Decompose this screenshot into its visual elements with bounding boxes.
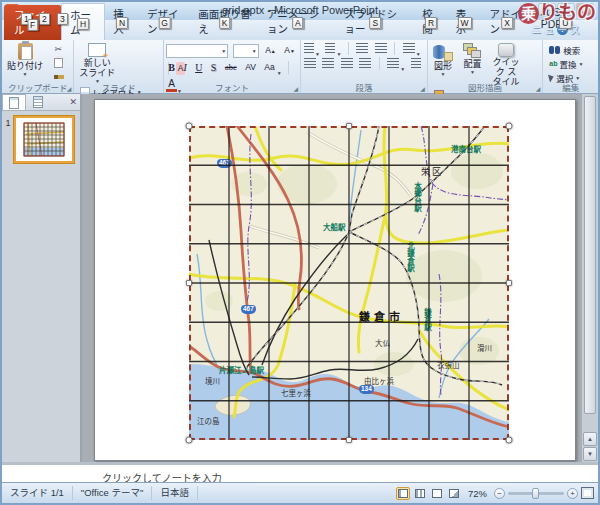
resize-handle-w[interactable] bbox=[186, 280, 192, 286]
group-paragraph-label: 段落 bbox=[301, 81, 427, 93]
columns-button[interactable] bbox=[387, 58, 399, 68]
paragraph-dialog-launcher[interactable]: ◢ bbox=[420, 85, 425, 92]
slideshow-icon bbox=[449, 489, 459, 498]
tab-表示[interactable]: 表示W bbox=[448, 3, 482, 40]
character-spacing-button[interactable]: AV bbox=[243, 61, 258, 74]
cut-icon: ✂ bbox=[54, 44, 62, 54]
map-label: 栄区 bbox=[421, 168, 443, 177]
group-slides: 新しい スライド ▼ レイアウト▼ リセット セクション▼ スライド bbox=[74, 40, 164, 93]
resize-handle-nw[interactable] bbox=[186, 123, 193, 130]
strikethrough-button[interactable]: abc bbox=[223, 61, 239, 74]
slide-canvas[interactable]: 港南台駅栄区本郷台駅大船駅北鎌倉駅鎌倉市鎌倉駅大仏衣張山滑川由比ヶ浜七里ヶ浜片瀬… bbox=[94, 99, 576, 461]
resize-handle-s[interactable] bbox=[346, 437, 352, 443]
shapes-button[interactable]: 図形 ▼ bbox=[430, 42, 456, 78]
zoom-in-button[interactable]: + bbox=[567, 488, 578, 499]
arrange-button[interactable]: 配置 ▼ bbox=[460, 42, 484, 76]
panel-close-icon[interactable]: ✕ bbox=[69, 97, 77, 107]
grow-font-button[interactable]: A▲ bbox=[263, 44, 278, 58]
zoom-out-button[interactable]: − bbox=[494, 488, 505, 499]
shapes-label: 図形 bbox=[434, 61, 452, 71]
resize-handle-e[interactable] bbox=[506, 280, 512, 286]
map-label: 境川 bbox=[205, 378, 220, 386]
slide-sorter-icon bbox=[415, 489, 425, 498]
bullets-button[interactable] bbox=[304, 43, 314, 53]
justify-button[interactable] bbox=[359, 58, 371, 68]
tab-outline[interactable] bbox=[26, 94, 50, 110]
keytip-N: N bbox=[116, 17, 128, 29]
font-dialog-launcher[interactable]: ◢ bbox=[293, 85, 298, 92]
minimize-ribbon-icon[interactable]: ˆ bbox=[549, 25, 552, 34]
line-spacing-button[interactable] bbox=[403, 43, 415, 53]
reading-view-button[interactable] bbox=[430, 487, 444, 500]
status-language[interactable]: 日本語 bbox=[152, 486, 198, 500]
clipboard-dialog-launcher[interactable]: ◢ bbox=[67, 85, 72, 92]
resize-handle-ne[interactable] bbox=[506, 123, 513, 130]
underline-button[interactable]: U bbox=[193, 61, 204, 74]
resize-handle-sw[interactable] bbox=[186, 437, 193, 444]
status-right-controls: 72% − + bbox=[396, 487, 598, 500]
find-button[interactable]: 検索 bbox=[547, 43, 585, 56]
map-label: 江の島 bbox=[197, 418, 220, 426]
normal-view-button[interactable] bbox=[396, 487, 410, 500]
resize-handle-n[interactable] bbox=[346, 123, 352, 129]
zoom-slider-thumb[interactable] bbox=[532, 488, 539, 499]
change-case-button[interactable]: Aa bbox=[262, 61, 276, 74]
slide-thumbnail-image bbox=[18, 120, 70, 159]
tab-アドイン[interactable]: アドインX bbox=[481, 3, 532, 40]
outline-tab-icon bbox=[33, 96, 43, 108]
copy-button[interactable] bbox=[52, 56, 66, 69]
map-image[interactable]: 港南台駅栄区本郷台駅大船駅北鎌倉駅鎌倉市鎌倉駅大仏衣張山滑川由比ヶ浜七里ヶ浜片瀬… bbox=[189, 126, 509, 440]
ribbon-tab-row: ファイル F ホームH挿入NデザインG画面切り替えKアニメーションAスライドショ… bbox=[2, 20, 598, 40]
keytip-A: A bbox=[292, 17, 304, 29]
find-icon bbox=[549, 46, 554, 54]
tab-校閲[interactable]: 校閲R bbox=[414, 3, 448, 40]
slide-sorter-view-button[interactable] bbox=[413, 487, 427, 500]
copy-icon bbox=[54, 58, 63, 68]
tab-アニメーション[interactable]: アニメーションA bbox=[259, 3, 336, 40]
new-slide-button[interactable]: 新しい スライド ▼ bbox=[76, 42, 118, 85]
font-size-combo[interactable]: ▼ bbox=[233, 44, 259, 58]
paste-button[interactable]: 貼り付け ▼ bbox=[4, 42, 46, 78]
work-area: ✕ 1 bbox=[2, 94, 598, 462]
align-right-button[interactable] bbox=[341, 58, 353, 68]
font-name-combo[interactable]: ▼ bbox=[166, 44, 228, 58]
slideshow-view-button[interactable] bbox=[447, 487, 461, 500]
keytip-W: W bbox=[458, 17, 472, 29]
zoom-slider[interactable] bbox=[508, 492, 564, 495]
map-label: 七里ヶ浜 bbox=[281, 390, 311, 398]
drawing-dialog-launcher[interactable]: ◢ bbox=[536, 85, 541, 92]
shrink-font-button[interactable]: A▼ bbox=[282, 44, 297, 58]
bold-button[interactable]: B bbox=[166, 61, 177, 74]
scrollbar-thumb[interactable] bbox=[584, 96, 596, 414]
tab-スライドショー[interactable]: スライドショーS bbox=[336, 3, 414, 40]
text-shadow-button[interactable]: S bbox=[209, 61, 219, 74]
keytip-X: X bbox=[501, 17, 513, 29]
map-label: 片瀬江ノ島駅 bbox=[219, 367, 264, 375]
group-drawing-label: 図形描画 bbox=[428, 81, 542, 93]
reading-view-icon bbox=[432, 489, 442, 498]
fit-to-window-button[interactable] bbox=[581, 487, 594, 499]
group-font: ▼ ▼ A▲ A▼ A B I U S abc AV Aa▼ A▼ bbox=[164, 40, 301, 93]
tab-挿入[interactable]: 挿入N bbox=[105, 3, 139, 40]
map-label: 鎌倉駅 bbox=[423, 308, 431, 331]
align-left-button[interactable] bbox=[304, 58, 316, 68]
align-center-button[interactable] bbox=[322, 58, 334, 68]
resize-handle-se[interactable] bbox=[506, 437, 513, 444]
route-shield-icon: 467 bbox=[217, 159, 232, 168]
cut-button[interactable]: ✂ bbox=[52, 42, 66, 55]
decrease-indent-button[interactable] bbox=[356, 43, 368, 53]
tab-file[interactable]: ファイル F bbox=[4, 5, 61, 40]
tab-画面切り替え[interactable]: 画面切り替えK bbox=[190, 3, 259, 40]
vertical-scrollbar[interactable]: ▲ ▼ bbox=[581, 94, 598, 462]
increase-indent-button[interactable] bbox=[375, 43, 387, 53]
zoom-level[interactable]: 72% bbox=[464, 488, 491, 499]
text-direction-button[interactable] bbox=[411, 58, 421, 68]
tab-デザイン[interactable]: デザインG bbox=[139, 3, 190, 40]
tab-slides-thumbnails[interactable] bbox=[2, 94, 26, 110]
replace-button[interactable]: ab置換▼ bbox=[547, 57, 585, 70]
italic-button[interactable]: I bbox=[181, 61, 188, 74]
next-slide-button[interactable]: ▼ bbox=[583, 447, 597, 461]
numbering-button[interactable] bbox=[325, 43, 335, 53]
previous-slide-button[interactable]: ▲ bbox=[583, 432, 597, 446]
slide-thumbnail[interactable] bbox=[14, 116, 74, 163]
